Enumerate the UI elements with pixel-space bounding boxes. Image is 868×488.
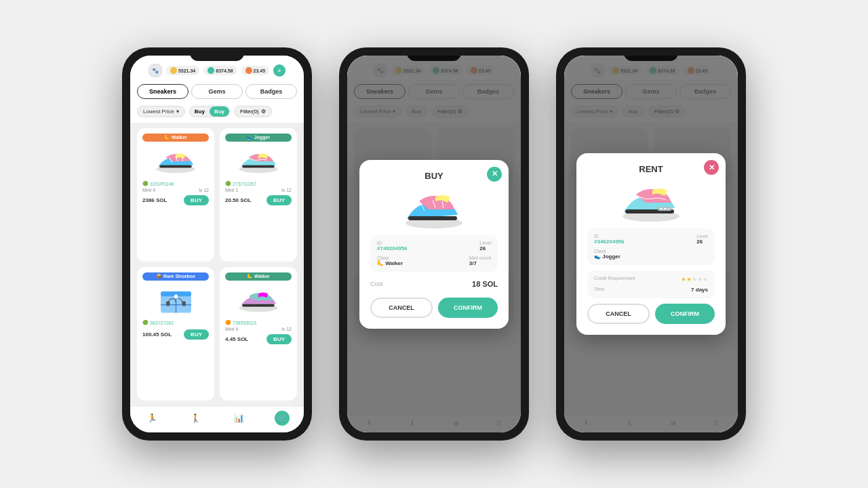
modal-title: RENT xyxy=(587,164,715,174)
nav-chart[interactable]: 📊 xyxy=(231,411,246,426)
currency-badge-2: 8374.58 xyxy=(203,66,237,75)
phone-inner: 🐾 5321.34 8374.58 23.45 ≡ xyxy=(130,56,304,432)
nav-walk[interactable]: 🚶 xyxy=(188,411,203,426)
card-tag: 👟 Jogger xyxy=(225,134,292,142)
credit-info-box: Credit Requirement ★★★★★ Time 7 days xyxy=(587,270,715,298)
confirm-button[interactable]: CONFIRM xyxy=(438,298,498,318)
modal-close-button[interactable]: ✕ xyxy=(704,160,719,175)
modal-sneaker-image xyxy=(370,188,498,228)
svg-rect-19 xyxy=(664,208,667,209)
svg-rect-20 xyxy=(668,208,669,209)
sneaker-image xyxy=(225,283,292,317)
sneaker-card: 🦶 Walker 🟢32/GP0246 xyxy=(137,128,214,262)
card-price-row: 2386 SOL BUY xyxy=(142,195,209,205)
notch xyxy=(190,47,244,61)
modal-info-row-id: ID #749204956 Level 26 xyxy=(377,241,491,251)
card-tag: 🦶 Walker xyxy=(142,134,209,142)
modal-buttons: CANCEL CONFIRM xyxy=(370,298,498,318)
svg-rect-10 xyxy=(182,301,185,306)
phone-buy-modal: 🐾 5321.34 6374.56 23.45 Sneakers Gems Ba… xyxy=(339,47,529,441)
card-price-row: 20.50 SOL BUY xyxy=(225,195,292,205)
nav-cart[interactable]: 🛒 xyxy=(275,411,290,426)
modal-title: BUY xyxy=(370,171,498,181)
svg-rect-12 xyxy=(242,304,275,307)
modal-info-box: ID #346204956 Level 26 Class 👟 Jo xyxy=(587,228,715,265)
card-id: 🟢363727282 xyxy=(142,320,209,325)
nav-run[interactable]: 🏃 xyxy=(144,411,159,426)
svg-rect-1 xyxy=(159,165,192,168)
time-row: Time 7 days xyxy=(594,287,708,293)
card-id: 🟠738593023 xyxy=(225,320,292,325)
filter-button[interactable]: Filter(0) ⚙ xyxy=(234,106,272,117)
currency-badge-3: 23.45 xyxy=(241,66,270,75)
bottom-nav: 🏃 🚶 📊 🛒 xyxy=(130,406,304,432)
tab-sneakers[interactable]: Sneakers xyxy=(137,84,189,99)
sneaker-card: 👟 Jogger 🟢273/72/267 xyxy=(220,128,297,262)
buy-button[interactable]: BUY xyxy=(267,195,292,205)
phone-inner: 🐾 5321.34 6374.56 23.45 Sneakers Gems Ba… xyxy=(347,56,521,432)
cancel-button[interactable]: CANCEL xyxy=(370,298,433,318)
modal-info-row-class: Class 👟 Jogger xyxy=(594,249,708,260)
modal-info-row-class: Class 🦶 Walker Mint count 3/7 xyxy=(377,256,491,266)
phone-inner: 🐾 5321.34 8374.58 23.45 Sneakers Gems Ba… xyxy=(564,56,738,432)
sneaker-image xyxy=(142,283,209,317)
currency-badge-1: 5321.34 xyxy=(166,66,199,75)
card-stats: Mint 4lv 12 xyxy=(142,188,209,192)
buy-button[interactable]: BUY xyxy=(184,195,209,205)
sneaker-image xyxy=(225,144,292,178)
wallet-button[interactable]: ≡ xyxy=(273,64,285,77)
buy-button[interactable]: BUY xyxy=(184,329,209,340)
cart-icon: 🛒 xyxy=(275,411,290,426)
chart-icon: 📊 xyxy=(231,411,246,426)
walk-icon: 🚶 xyxy=(188,411,203,426)
avatar: 🐾 xyxy=(149,64,162,77)
cancel-button[interactable]: CANCEL xyxy=(587,304,650,324)
tab-badges[interactable]: Badges xyxy=(245,84,297,99)
modal-cost-row: Cost 18 SOL xyxy=(370,277,498,291)
card-price-row: 100.45 SOL BUY xyxy=(142,329,209,340)
phone-rent-modal: 🐾 5321.34 8374.58 23.45 Sneakers Gems Ba… xyxy=(556,47,746,441)
svg-point-8 xyxy=(174,294,177,298)
phone-main: 🐾 5321.34 8374.58 23.45 ≡ xyxy=(122,47,312,441)
svg-rect-9 xyxy=(166,301,170,306)
credit-row: Credit Requirement ★★★★★ xyxy=(594,276,708,283)
card-id: 🟢32/GP0246 xyxy=(142,181,209,186)
sneaker-card: 📦 Rare Shoebox xyxy=(137,267,214,401)
sort-filter[interactable]: Lowest Price ▾ xyxy=(137,106,185,117)
sneaker-grid: 🦶 Walker 🟢32/GP0246 xyxy=(130,123,304,406)
buy-modal: ✕ BUY xyxy=(359,160,509,329)
filter-bar: Lowest Price ▾ Buy Buy Filter(0) ⚙ xyxy=(130,103,304,123)
modal-close-button[interactable]: ✕ xyxy=(487,167,502,182)
buy-button[interactable]: BUY xyxy=(267,334,292,344)
sneaker-card: 🦶 Walker 🟠738593023 xyxy=(220,267,297,401)
card-tag: 📦 Rare Shoebox xyxy=(142,272,209,281)
card-tag: 🦶 Walker xyxy=(225,272,292,281)
modal-sneaker-image xyxy=(587,181,715,222)
buy-mode-toggle[interactable]: Buy Buy xyxy=(189,106,230,117)
tabs-bar: Sneakers Gems Badges xyxy=(130,80,304,103)
phones-container: 🐾 5321.34 8374.58 23.45 ≡ xyxy=(0,34,868,454)
confirm-button[interactable]: CONFIRM xyxy=(655,304,715,324)
card-stats: Mint 4lv 12 xyxy=(225,327,292,331)
svg-rect-3 xyxy=(242,165,275,168)
svg-rect-14 xyxy=(408,216,457,220)
modal-info-box: ID #749204956 Level 26 Class 🦶 Wa xyxy=(370,235,498,272)
rent-modal: ✕ RENT xyxy=(576,153,726,335)
card-id: 🟢273/72/267 xyxy=(225,181,292,186)
run-icon: 🏃 xyxy=(144,411,159,426)
svg-rect-18 xyxy=(660,208,663,209)
sneaker-image xyxy=(142,144,209,178)
card-stats: Mint 1lv 12 xyxy=(225,188,292,192)
card-price-row: 4.45 SOL BUY xyxy=(225,334,292,344)
modal-overlay: ✕ RENT xyxy=(564,56,738,432)
credit-stars: ★★★★★ xyxy=(681,276,708,283)
modal-buttons: CANCEL CONFIRM xyxy=(587,304,715,324)
modal-overlay: ✕ BUY xyxy=(347,56,521,432)
tab-gems[interactable]: Gems xyxy=(191,84,243,99)
modal-info-row-id: ID #346204956 Level 26 xyxy=(594,234,708,245)
